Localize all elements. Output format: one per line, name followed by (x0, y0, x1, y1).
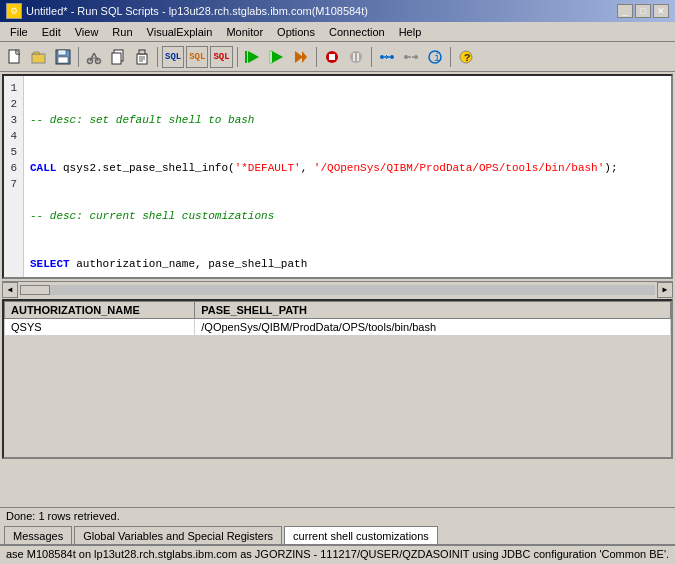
menu-file[interactable]: File (4, 23, 34, 41)
svg-rect-27 (353, 53, 355, 61)
menu-bar: File Edit View Run VisualExplain Monitor… (0, 22, 675, 42)
svg-marker-22 (295, 51, 303, 63)
svg-point-35 (414, 55, 418, 59)
scroll-left-button[interactable]: ◀ (2, 282, 18, 298)
toolbar: SQL SQL SQL i ? (0, 42, 675, 72)
main-content: 1 2 3 4 5 6 7 -- desc: set default shell… (0, 72, 675, 544)
window-title: Untitled* - Run SQL Scripts - lp13ut28.r… (26, 5, 368, 17)
code-area[interactable]: -- desc: set default shell to bash CALL … (24, 76, 671, 279)
run-all-button[interactable] (242, 46, 264, 68)
bottom-status-bar: ase M108584t on lp13ut28.rch.stglabs.ibm… (0, 544, 675, 564)
svg-rect-4 (58, 50, 66, 55)
menu-edit[interactable]: Edit (36, 23, 67, 41)
svg-point-26 (350, 51, 362, 63)
svg-rect-21 (270, 51, 272, 63)
separator-3 (237, 47, 238, 67)
code-line-3: -- desc: current shell customizations (30, 208, 665, 224)
tabs-bar: Messages Global Variables and Special Re… (0, 524, 675, 544)
svg-rect-14 (139, 50, 145, 54)
scroll-right-button[interactable]: ▶ (657, 282, 673, 298)
horizontal-scrollbar[interactable]: ◀ ▶ (2, 281, 673, 297)
scroll-thumb[interactable] (20, 285, 50, 295)
table-row: QSYS /QOpenSys/QIBM/ProdData/OPS/tools/b… (5, 319, 671, 336)
svg-marker-23 (302, 51, 307, 63)
results-area: AUTHORIZATION_NAME PASE_SHELL_PATH QSYS … (2, 299, 673, 459)
status-bar: Done: 1 rows retrieved. (0, 507, 675, 524)
close-button[interactable]: ✕ (653, 4, 669, 18)
minimize-button[interactable]: _ (617, 4, 633, 18)
cut-button[interactable] (83, 46, 105, 68)
stop-button[interactable] (321, 46, 343, 68)
menu-help[interactable]: Help (393, 23, 428, 41)
run-step-button[interactable] (290, 46, 312, 68)
copy-button[interactable] (107, 46, 129, 68)
svg-rect-28 (357, 53, 359, 61)
sql-button-3[interactable]: SQL (210, 46, 232, 68)
menu-options[interactable]: Options (271, 23, 321, 41)
svg-rect-5 (58, 57, 68, 63)
menu-visualexplain[interactable]: VisualExplain (141, 23, 219, 41)
paste-button[interactable] (131, 46, 153, 68)
separator-4 (316, 47, 317, 67)
code-line-1: -- desc: set default shell to bash (30, 112, 665, 128)
code-line-4: SELECT authorization_name, pase_shell_pa… (30, 256, 665, 272)
menu-monitor[interactable]: Monitor (220, 23, 269, 41)
help-button[interactable]: ? (455, 46, 477, 68)
cell-auth-name: QSYS (5, 319, 195, 336)
run-selected-button[interactable] (266, 46, 288, 68)
sql-editor[interactable]: 1 2 3 4 5 6 7 -- desc: set default shell… (2, 74, 673, 279)
maximize-button[interactable]: □ (635, 4, 651, 18)
line-numbers: 1 2 3 4 5 6 7 (4, 76, 24, 279)
svg-point-30 (390, 55, 394, 59)
open-button[interactable] (28, 46, 50, 68)
tab-messages[interactable]: Messages (4, 526, 72, 544)
pause-button[interactable] (345, 46, 367, 68)
bottom-status-text: ase M108584t on lp13ut28.rch.stglabs.ibm… (6, 548, 669, 560)
svg-point-34 (404, 55, 408, 59)
separator-5 (371, 47, 372, 67)
svg-text:?: ? (464, 52, 471, 64)
svg-marker-20 (272, 51, 283, 63)
svg-text:i: i (434, 53, 440, 64)
status-section: Done: 1 rows retrieved. Messages Global … (0, 507, 675, 544)
cell-pase-path: /QOpenSys/QIBM/ProdData/OPS/tools/bin/ba… (195, 319, 671, 336)
col-header-auth: AUTHORIZATION_NAME (5, 302, 195, 319)
svg-rect-25 (329, 54, 335, 60)
results-table: AUTHORIZATION_NAME PASE_SHELL_PATH QSYS … (4, 301, 671, 336)
title-bar: ⚙ Untitled* - Run SQL Scripts - lp13ut28… (0, 0, 675, 22)
menu-connection[interactable]: Connection (323, 23, 391, 41)
new-button[interactable] (4, 46, 26, 68)
separator-2 (157, 47, 158, 67)
code-line-2: CALL qsys2.set_pase_shell_info('*DEFAULT… (30, 160, 665, 176)
menu-view[interactable]: View (69, 23, 105, 41)
status-text: Done: 1 rows retrieved. (6, 509, 120, 523)
svg-marker-18 (248, 51, 259, 63)
svg-rect-2 (32, 54, 45, 63)
sql-button-1[interactable]: SQL (162, 46, 184, 68)
separator-6 (450, 47, 451, 67)
svg-point-29 (380, 55, 384, 59)
menu-run[interactable]: Run (106, 23, 138, 41)
tab-global-variables[interactable]: Global Variables and Special Registers (74, 526, 282, 544)
properties-button[interactable]: i (424, 46, 446, 68)
col-header-path: PASE_SHELL_PATH (195, 302, 671, 319)
tab-current-shell[interactable]: current shell customizations (284, 526, 438, 544)
disconnect-button[interactable] (400, 46, 422, 68)
sql-button-2[interactable]: SQL (186, 46, 208, 68)
app-icon: ⚙ (6, 3, 22, 19)
connect-button[interactable] (376, 46, 398, 68)
separator-1 (78, 47, 79, 67)
save-button[interactable] (52, 46, 74, 68)
svg-rect-12 (112, 53, 121, 64)
scroll-track[interactable] (20, 285, 655, 295)
